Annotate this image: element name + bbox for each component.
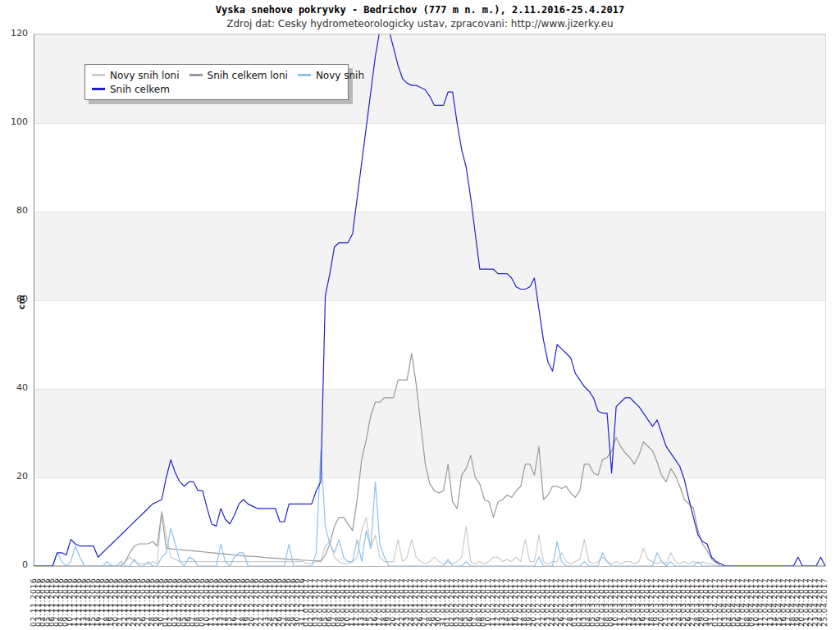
y-axis-tick-label: 40 — [0, 383, 28, 393]
legend-item: Snih celkem loni — [189, 70, 288, 81]
y-axis-unit-label: cm — [16, 295, 27, 310]
legend-item-label: Novy snih loni — [110, 70, 180, 81]
chart-title: Vyska snehove pokryvky - Bedrichov (777 … — [0, 4, 840, 16]
legend-item-label: Snih celkem — [110, 84, 170, 95]
legend-line-marker — [189, 74, 203, 76]
y-axis-tick-label: 0 — [0, 560, 28, 570]
plot-area — [34, 34, 826, 567]
snow-chart-page: Vyska snehove pokryvky - Bedrichov (777 … — [0, 0, 840, 630]
y-axis-tick-label: 80 — [0, 206, 28, 216]
y-axis-tick-label: 20 — [0, 472, 28, 482]
legend-line-marker — [298, 74, 311, 76]
y-axis-tick-label: 100 — [0, 117, 28, 127]
legend-item: Novy snih — [298, 70, 364, 81]
series-line-snih-celkem — [34, 34, 825, 566]
series-line-novy-snih-loni — [34, 511, 825, 567]
legend-row: Novy snih loniSnih celkem loniNovy snih — [92, 68, 341, 82]
series-line-snih-celkem-loni — [34, 354, 825, 566]
series-line-novy-snih — [34, 451, 825, 566]
legend-item-label: Snih celkem loni — [208, 70, 288, 81]
legend: Novy snih loniSnih celkem loniNovy snihS… — [84, 64, 349, 100]
x-axis-tick-label: 25.04.2017 — [821, 578, 829, 627]
legend-item-label: Novy snih — [316, 70, 364, 81]
legend-row: Snih celkem — [92, 82, 341, 96]
legend-line-marker — [92, 74, 105, 76]
legend-item: Snih celkem — [92, 84, 170, 95]
y-axis-tick-label: 120 — [0, 29, 28, 39]
chart-svg — [34, 34, 825, 566]
chart-subtitle: Zdroj dat: Cesky hydrometeorologicky ust… — [0, 18, 840, 30]
legend-item: Novy snih loni — [92, 70, 180, 81]
legend-line-marker — [92, 88, 105, 90]
